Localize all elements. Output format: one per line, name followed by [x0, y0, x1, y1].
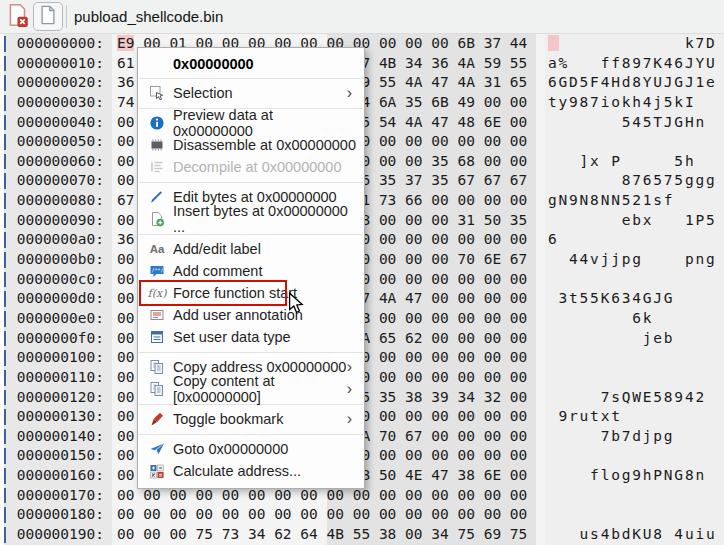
address-column: 000000000:000000010:000000020:000000030:…	[4, 34, 112, 545]
menu-item-selection[interactable]: Selection›	[138, 82, 364, 104]
file-icon	[38, 3, 58, 31]
address-label: 000000120:	[4, 388, 112, 408]
submenu-arrow-icon: ›	[347, 359, 356, 375]
address-label: 000000030:	[4, 93, 112, 113]
ascii-row[interactable]: 6GD5F4Hd8YUJGJ1e	[545, 73, 724, 93]
menu-item-label: Calculate address...	[173, 463, 356, 479]
hex-row[interactable]: 00 00 00 75 73 34 62 64 4B 55 38 00 34 7…	[112, 525, 545, 545]
ascii-row[interactable]: 44vjjpg png	[545, 250, 724, 270]
context-menu: 0x00000000 Selection›Preview data at 0x0…	[137, 47, 365, 489]
address-label: 000000130:	[4, 407, 112, 427]
menu-item-label: Selection	[173, 85, 347, 101]
menu-separator	[139, 182, 363, 183]
ascii-column[interactable]: k7Da% ff897K46JYU6GD5F4Hd8YUJGJ1ety987io…	[545, 34, 724, 545]
address-label: 000000020:	[4, 73, 112, 93]
menu-separator	[139, 78, 363, 79]
submenu-arrow-icon: ›	[347, 85, 356, 101]
ascii-row[interactable]: a% ff897K46JYU	[545, 54, 724, 74]
ascii-row[interactable]: ty987iokh4j5kI	[545, 93, 724, 113]
ascii-row[interactable]: 7b7djpg	[545, 427, 724, 447]
ascii-row[interactable]: flog9hPNG8n	[545, 466, 724, 486]
file-name: pubload_shellcode.bin	[74, 0, 223, 33]
menu-item-label: Insert bytes at 0x00000000 ...	[173, 203, 356, 235]
calc-icon	[148, 463, 166, 479]
address-label: 000000090:	[4, 211, 112, 231]
ascii-row[interactable]	[545, 505, 724, 525]
function-icon: f(x)	[148, 285, 166, 301]
menu-item-force-function-start[interactable]: f(x)Force function start	[138, 282, 364, 304]
menu-separator	[139, 352, 363, 353]
menu-item-set-user-data-type[interactable]: Set user data type	[138, 326, 364, 348]
ascii-row[interactable]: ebx 1P5	[545, 211, 724, 231]
menu-item-label: Set user data type	[173, 329, 356, 345]
hex-row[interactable]: 00 00 00 00 00 00 00 00 00 00 00 00 00 0…	[112, 505, 545, 525]
submenu-arrow-icon: ›	[347, 411, 356, 427]
tab-bar: pubload_shellcode.bin	[0, 0, 724, 34]
address-label: 000000190:	[4, 525, 112, 545]
menu-item-disassemble[interactable]: Disassemble at 0x00000000	[138, 134, 364, 156]
menu-item-preview-data[interactable]: Preview data at 0x00000000	[138, 112, 364, 134]
menu-item-goto[interactable]: Goto 0x00000000	[138, 438, 364, 460]
menu-item-decompile: Decompile at 0x00000000	[138, 156, 364, 178]
ascii-row[interactable]	[545, 486, 724, 506]
menu-item-label: Copy content at [0x00000000]	[173, 373, 347, 405]
menu-item-label: Toggle bookmark	[173, 411, 347, 427]
bookmark-icon	[148, 411, 166, 427]
menu-separator	[139, 434, 363, 435]
ascii-row[interactable]: 9rutxt	[545, 407, 724, 427]
selected-byte[interactable]: E9	[117, 35, 134, 51]
selected-ascii-char[interactable]	[548, 35, 559, 51]
ascii-row[interactable]: us4bdKU8 4uiu	[545, 525, 724, 545]
menu-item-calculate-address[interactable]: Calculate address...	[138, 460, 364, 482]
menu-item-insert-bytes[interactable]: Insert bytes at 0x00000000 ...	[138, 208, 364, 230]
menu-item-toggle-bookmark[interactable]: Toggle bookmark›	[138, 408, 364, 430]
ascii-row[interactable]: ]x P 5h	[545, 152, 724, 172]
ascii-row[interactable]: 545TJGHn	[545, 113, 724, 133]
decompile-icon	[148, 159, 166, 175]
address-label: 000000100:	[4, 348, 112, 368]
annotation-icon	[148, 307, 166, 323]
ascii-row[interactable]: 3t55K634GJG	[545, 289, 724, 309]
close-file-button[interactable]	[5, 4, 31, 30]
address-label: 000000060:	[4, 152, 112, 172]
insert-icon	[148, 211, 166, 227]
ascii-row[interactable]: k7D	[545, 34, 724, 54]
ascii-row[interactable]: 876575ggg	[545, 171, 724, 191]
address-label: 0000000b0:	[4, 250, 112, 270]
comment-icon: /**/	[148, 263, 166, 279]
address-label: 0000000c0:	[4, 270, 112, 290]
menu-item-label: Add comment	[173, 263, 356, 279]
ascii-row[interactable]	[545, 270, 724, 290]
ascii-row[interactable]: 6k	[545, 309, 724, 329]
ascii-row[interactable]: 7sQWE58942	[545, 388, 724, 408]
address-label: 000000180:	[4, 505, 112, 525]
info-icon	[148, 115, 166, 131]
ascii-row[interactable]	[545, 446, 724, 466]
menu-item-add-edit-label[interactable]: AaAdd/edit label	[138, 238, 364, 260]
address-label: 000000010:	[4, 54, 112, 74]
label-icon: Aa	[148, 241, 166, 257]
ascii-row[interactable]	[545, 348, 724, 368]
ascii-row[interactable]	[545, 368, 724, 388]
file-tab[interactable]	[33, 2, 63, 31]
selection-icon	[148, 85, 166, 101]
address-label: 000000150:	[4, 446, 112, 466]
goto-icon	[148, 441, 166, 457]
ascii-row[interactable]: 6	[545, 230, 724, 250]
address-label: 000000110:	[4, 368, 112, 388]
address-label: 000000040:	[4, 113, 112, 133]
menu-item-label: Goto 0x00000000	[173, 441, 356, 457]
address-label: 000000160:	[4, 466, 112, 486]
ascii-row[interactable]: jeb	[545, 329, 724, 349]
menu-item-add-comment[interactable]: /**/Add comment	[138, 260, 364, 282]
menu-item-copy-content[interactable]: Copy content at [0x00000000]›	[138, 378, 364, 400]
svg-text:/**/: /**/	[152, 267, 164, 273]
menu-item-add-user-annotation[interactable]: Add user annotation	[138, 304, 364, 326]
menu-item-label: Disassemble at 0x00000000	[173, 137, 356, 153]
ascii-row[interactable]: gN9N8NN521sf	[545, 191, 724, 211]
app-window: { "tab_bar": { "filename": "pubload_shel…	[0, 0, 724, 545]
address-label: 000000050:	[4, 132, 112, 152]
datatype-icon	[148, 329, 166, 345]
tab-divider	[66, 5, 67, 28]
ascii-row[interactable]	[545, 132, 724, 152]
